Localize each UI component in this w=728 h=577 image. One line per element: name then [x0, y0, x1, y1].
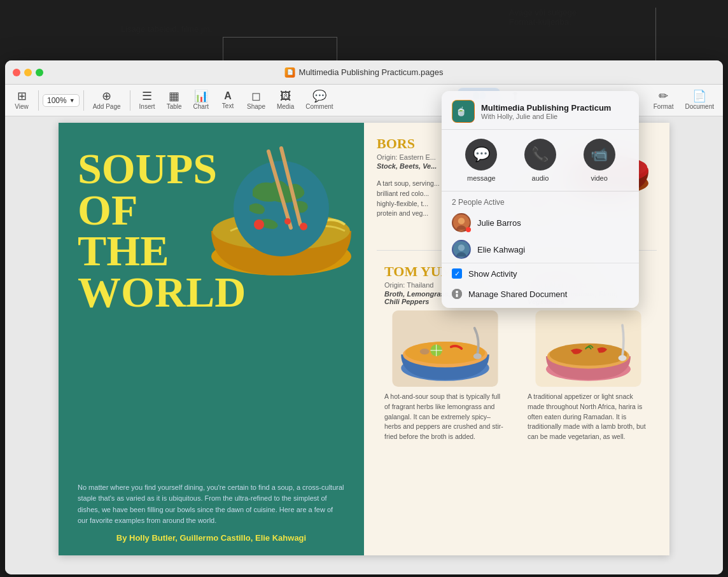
fullscreen-button[interactable] — [36, 69, 43, 76]
avatar-elie — [452, 240, 471, 259]
popup-doc-icon: 🍵 — [452, 100, 475, 123]
document-icon: 📄 — [692, 90, 706, 102]
toolbar-insert[interactable]: ☰ Insert — [134, 88, 160, 113]
person-name-julie: Julie Barros — [477, 218, 521, 228]
video-icon: 📹 — [584, 139, 615, 170]
avatar-wrapper-elie — [452, 240, 471, 259]
video-button[interactable]: 📹 video — [584, 139, 615, 182]
text-label: Text — [222, 102, 234, 109]
harira-image — [528, 310, 649, 387]
video-label: video — [591, 174, 607, 182]
annotation-format: Avage või sulgege Format-küljeriba. — [509, 8, 577, 27]
show-activity-row[interactable]: ✓ Show Activity — [442, 263, 639, 284]
person-elie[interactable]: Elie Kahwagi — [442, 236, 639, 263]
zoom-chevron: ▼ — [69, 97, 75, 104]
left-column: SOUPS OF THE WORLD No matter where you f… — [59, 123, 364, 555]
toolbar-zoom[interactable]: 100% ▼ — [43, 94, 80, 107]
person-dot-julie — [466, 227, 471, 232]
soup-title-block: SOUPS OF THE WORLD — [78, 142, 345, 312]
message-button[interactable]: 💬 message — [465, 139, 497, 182]
format-label: Format — [654, 103, 674, 110]
toolbar-divider-2 — [83, 90, 84, 111]
doc-icon: 📄 — [285, 67, 295, 78]
view-label: View — [15, 103, 29, 110]
toolbar-view[interactable]: ⊞ View — [9, 88, 34, 113]
popup-doc-icon-inner: 🍵 — [452, 101, 474, 122]
svg-point-31 — [458, 244, 465, 251]
svg-point-25 — [619, 355, 627, 361]
person-name-elie: Elie Kahwagi — [477, 245, 525, 254]
annotation-line-format — [655, 8, 656, 62]
document-label: Document — [685, 103, 714, 110]
comment-label: Comment — [305, 103, 333, 110]
person-julie[interactable]: Julie Barros — [442, 209, 639, 236]
format-icon: ✏ — [659, 90, 668, 102]
manage-label: Manage Shared Document — [468, 289, 567, 299]
toolbar-format[interactable]: ✏ Format — [648, 88, 679, 113]
annotation-insert: Lisage tabeleid, filme jm. — [121, 24, 212, 34]
popup-header: 🍵 Multimedia Publishing Practicum With H… — [442, 91, 639, 130]
svg-point-29 — [458, 218, 465, 224]
add-page-icon: ⊕ — [102, 90, 111, 102]
doc-intro-text: No matter where you find yourself dining… — [78, 482, 345, 527]
app-window: 📄 Multimedia Publishing Practicum.pages … — [5, 60, 723, 574]
manage-icon — [452, 289, 462, 299]
media-icon: 🖼 — [280, 90, 291, 102]
insert-icon: ☰ — [142, 90, 152, 102]
chart-label: Chart — [193, 103, 209, 110]
doc-title-soups: SOUPS — [78, 148, 345, 190]
popup-header-text: Multimedia Publishing Practicum With Hol… — [481, 103, 611, 120]
close-button[interactable] — [13, 69, 20, 76]
toolbar-document[interactable]: 📄 Document — [680, 88, 719, 113]
message-icon: 💬 — [465, 139, 497, 170]
window-title: 📄 Multimedia Publishing Practicum.pages — [285, 67, 444, 78]
table-label: Table — [167, 103, 182, 110]
tom-yum-desc: A hot-and-sour soup that is typically fu… — [384, 392, 506, 442]
svg-point-17 — [405, 342, 486, 364]
window-title-text: Multimedia Publishing Practicum.pages — [299, 67, 444, 77]
show-activity-label: Show Activity — [468, 269, 517, 279]
message-label: message — [467, 174, 496, 182]
people-active-header: 2 People Active — [442, 191, 639, 209]
annotation-line-left — [223, 37, 223, 62]
audio-icon: 📞 — [524, 139, 556, 170]
svg-point-20 — [473, 353, 482, 359]
popup-actions: 💬 message 📞 audio 📹 video — [442, 130, 639, 191]
toolbar-comment[interactable]: 💬 Comment — [300, 88, 338, 113]
toolbar-add-page[interactable]: ⊕ Add Page — [88, 88, 126, 113]
shape-icon: ◻ — [251, 90, 261, 102]
toolbar-shape[interactable]: ◻ Shape — [242, 88, 270, 113]
comment-icon: 💬 — [312, 90, 326, 102]
toolbar-divider-3 — [130, 90, 130, 111]
toolbar-media[interactable]: 🖼 Media — [272, 88, 299, 113]
zoom-value: 100% — [47, 96, 67, 105]
svg-rect-34 — [456, 294, 458, 297]
annotation-line-right — [337, 37, 337, 62]
manage-shared-doc[interactable]: Manage Shared Document — [442, 284, 639, 308]
doc-title-of: OF — [78, 190, 345, 231]
text-icon: A — [224, 91, 232, 101]
toolbar-chart[interactable]: 📊 Chart — [188, 88, 214, 113]
chart-icon: 📊 — [194, 90, 208, 102]
toolbar-text[interactable]: A Text — [215, 88, 241, 112]
titlebar: 📄 Multimedia Publishing Practicum.pages — [5, 60, 723, 85]
doc-author: By Holly Butler, Guillermo Castillo, Eli… — [78, 533, 345, 543]
show-activity-checkbox[interactable]: ✓ — [452, 268, 462, 279]
popup-doc-name: Multimedia Publishing Practicum — [481, 103, 611, 113]
media-label: Media — [277, 103, 294, 110]
audio-button[interactable]: 📞 audio — [524, 139, 556, 182]
avatar-wrapper-julie — [452, 213, 471, 232]
toolbar-divider-1 — [38, 90, 39, 111]
table-icon: ▦ — [169, 90, 179, 102]
traffic-lights — [5, 69, 43, 76]
view-icon: ⊞ — [17, 90, 27, 102]
harira-desc: A traditional appetizer or light snack m… — [528, 392, 649, 442]
add-page-label: Add Page — [93, 103, 121, 110]
toolbar-table[interactable]: ▦ Table — [162, 88, 187, 113]
shape-label: Shape — [247, 103, 265, 110]
minimize-button[interactable] — [24, 69, 32, 76]
collab-popup: 🍵 Multimedia Publishing Practicum With H… — [442, 91, 639, 308]
tom-yum-image — [384, 310, 506, 387]
left-bottom: No matter where you find yourself dining… — [78, 482, 345, 543]
audio-label: audio — [532, 174, 549, 182]
